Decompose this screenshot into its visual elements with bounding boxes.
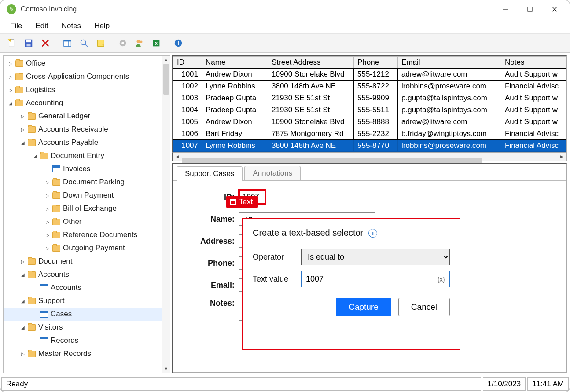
expand-icon[interactable]: ▷ <box>44 246 51 251</box>
table-row[interactable]: 1002Lynne Robbins3800 148th Ave NE555-87… <box>173 81 566 92</box>
expand-icon[interactable]: ▷ <box>44 220 51 224</box>
column-header[interactable]: Phone <box>354 57 398 69</box>
tree-item[interactable]: ◢Accounts <box>4 268 170 281</box>
collapse-icon[interactable]: ◢ <box>7 101 14 106</box>
menu-file[interactable]: File <box>4 20 28 32</box>
table-row[interactable]: 1004Pradeep Gupta21930 SE 51st St555-551… <box>173 104 566 116</box>
tree-item[interactable]: ▷Document <box>4 255 170 268</box>
tree-item-label: Accounts <box>51 283 81 292</box>
tree-item[interactable]: Invoices <box>4 162 170 176</box>
menu-edit[interactable]: Edit <box>29 20 54 32</box>
tree-item[interactable]: ▷Outgoing Payment <box>4 242 170 255</box>
scroll-right-arrow-icon[interactable]: ► <box>557 154 566 160</box>
table-cell: 3800 148th Ave NE <box>268 140 354 152</box>
text-value-input[interactable]: 1007 {x} <box>301 271 450 287</box>
table-row[interactable]: 1007Lynne Robbins3800 148th Ave NE555-87… <box>173 140 566 152</box>
operator-select[interactable]: Is equal to <box>301 249 450 265</box>
table-cell: 555-5511 <box>354 104 398 116</box>
expand-icon[interactable]: ▷ <box>7 74 14 79</box>
tree-item[interactable]: ▷General Ledger <box>4 110 170 123</box>
tree-item[interactable]: ▷Down Payment <box>4 189 170 202</box>
column-header[interactable]: Notes <box>501 57 566 69</box>
expand-icon[interactable]: ▷ <box>7 61 14 66</box>
table-row[interactable]: 1006Bart Friday7875 Montgomery Rd555-223… <box>173 128 566 140</box>
note-icon[interactable] <box>93 36 109 51</box>
table-cell: p.gupta@tailspintoys.com <box>398 92 501 104</box>
scroll-thumb[interactable] <box>182 158 482 164</box>
tab-annotations[interactable]: Annotations <box>244 166 301 180</box>
collapse-icon[interactable]: ◢ <box>19 325 26 330</box>
capture-button[interactable]: Capture <box>336 298 391 316</box>
table-icon[interactable] <box>59 36 75 51</box>
folder-icon <box>52 219 60 225</box>
new-file-icon[interactable] <box>4 36 20 51</box>
expand-icon[interactable]: ▷ <box>19 352 26 356</box>
navigation-tree[interactable]: ▷Office▷Cross-Application Components▷Log… <box>4 56 170 360</box>
expand-icon[interactable]: ▷ <box>19 114 26 119</box>
expand-icon[interactable]: ▷ <box>7 88 14 92</box>
expand-icon[interactable]: ▷ <box>19 127 26 132</box>
menu-help[interactable]: Help <box>88 20 116 32</box>
text-selector-badge[interactable]: Text <box>226 196 258 208</box>
tree-item[interactable]: ◢Accounts Payable <box>4 136 170 149</box>
tree-item[interactable]: ▷Master Records <box>4 347 170 360</box>
collapse-icon[interactable]: ◢ <box>19 299 26 304</box>
tree-item[interactable]: ◢Support <box>4 294 170 308</box>
column-header[interactable]: Street Address <box>268 57 354 69</box>
expand-icon[interactable]: ▷ <box>19 259 26 264</box>
column-header[interactable]: ID <box>173 57 202 69</box>
search-icon[interactable] <box>76 36 92 51</box>
window-close-button[interactable] <box>542 1 567 18</box>
expand-icon[interactable]: ▷ <box>44 206 51 211</box>
settings-icon[interactable] <box>115 36 131 51</box>
expand-icon[interactable]: ▷ <box>44 193 51 198</box>
info-icon[interactable]: i <box>170 36 186 51</box>
grid-horizontal-scrollbar[interactable]: ◄ ► <box>172 153 567 161</box>
save-icon[interactable] <box>21 36 37 51</box>
tree-item[interactable]: ▷Office <box>4 57 170 70</box>
tab-support-cases[interactable]: Support Cases <box>177 166 243 181</box>
tree-vertical-scrollbar[interactable]: ▲ ▼ <box>162 56 170 373</box>
scroll-left-arrow-icon[interactable]: ◄ <box>173 154 182 160</box>
tree-item[interactable]: Cases <box>4 308 170 321</box>
variable-placeholder-icon[interactable]: {x} <box>437 275 445 283</box>
tree-item[interactable]: ▷Document Parking <box>4 176 170 189</box>
table-cell: 1005 <box>173 116 202 128</box>
delete-icon[interactable] <box>37 36 53 51</box>
tree-item[interactable]: ▷Logistics <box>4 83 170 96</box>
data-grid[interactable]: IDNameStreet AddressPhoneEmailNotes1001A… <box>172 55 567 153</box>
window-minimize-button[interactable] <box>493 1 518 18</box>
tree-item[interactable]: ▷Cross-Application Components <box>4 70 170 83</box>
tree-item[interactable]: ▷Accounts Receivable <box>4 123 170 136</box>
scroll-thumb[interactable] <box>163 64 169 95</box>
tree-item[interactable]: Records <box>4 334 170 347</box>
expand-icon[interactable]: ▷ <box>44 233 51 238</box>
tree-item[interactable]: ▷Reference Documents <box>4 228 170 242</box>
info-icon[interactable]: i <box>368 229 377 238</box>
expand-icon[interactable]: ▷ <box>44 180 51 185</box>
collapse-icon[interactable]: ◢ <box>32 154 39 158</box>
tree-item[interactable]: ◢Document Entry <box>4 149 170 162</box>
table-row[interactable]: 1001Andrew Dixon10900 Stonelake Blvd555-… <box>173 69 566 81</box>
tree-item[interactable]: ◢Visitors <box>4 321 170 334</box>
cancel-button[interactable]: Cancel <box>398 298 450 316</box>
scroll-up-arrow-icon[interactable]: ▲ <box>162 56 170 64</box>
menu-notes[interactable]: Notes <box>55 20 87 32</box>
column-header[interactable]: Name <box>202 57 268 69</box>
svg-point-21 <box>137 40 140 43</box>
window-maximize-button[interactable] <box>518 1 542 18</box>
tree-item[interactable]: Accounts <box>4 281 170 294</box>
collapse-icon[interactable]: ◢ <box>19 140 26 145</box>
scroll-down-arrow-icon[interactable]: ▼ <box>162 365 170 373</box>
tree-item-label: Other <box>63 217 82 226</box>
tree-item[interactable]: ▷Bill of Exchange <box>4 202 170 215</box>
column-header[interactable]: Email <box>398 57 501 69</box>
create-text-selector-dialog: Create a text-based selector i Operator … <box>242 218 460 350</box>
table-row[interactable]: 1005Andrew Dixon10900 Stonelake Blvd555-… <box>173 116 566 128</box>
tree-item[interactable]: ◢Accounting <box>4 96 170 110</box>
tree-item[interactable]: ▷Other <box>4 215 170 228</box>
users-icon[interactable] <box>132 36 147 51</box>
collapse-icon[interactable]: ◢ <box>19 272 26 277</box>
table-row[interactable]: 1003Pradeep Gupta21930 SE 51st St555-990… <box>173 92 566 104</box>
export-excel-icon[interactable]: X <box>148 36 164 51</box>
